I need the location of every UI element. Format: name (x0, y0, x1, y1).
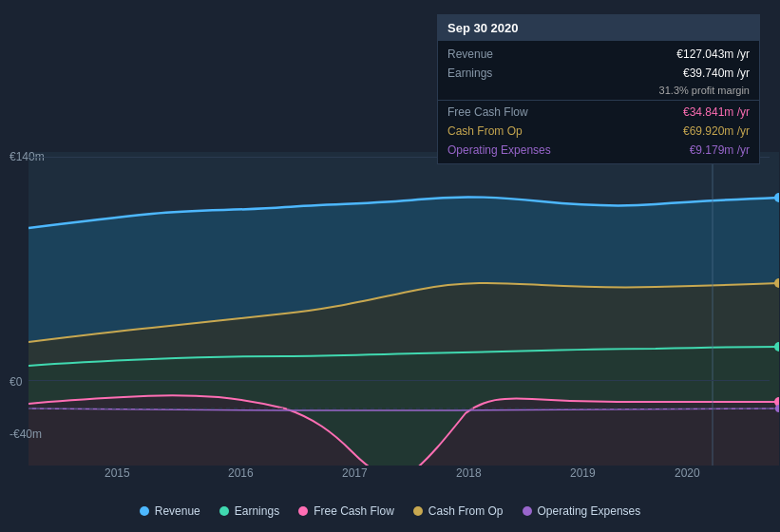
x-label-2015: 2015 (105, 466, 130, 480)
legend-label-operating-expenses: Operating Expenses (538, 504, 641, 518)
legend-dot-cash-from-op (413, 506, 423, 516)
x-label-2017: 2017 (342, 466, 368, 480)
tooltip-card: Sep 30 2020 Revenue €127.043m /yr Earnin… (437, 14, 760, 164)
legend-label-cash-from-op: Cash From Op (428, 504, 504, 518)
tooltip-label-earnings: Earnings (447, 66, 492, 80)
legend-item-operating-expenses[interactable]: Operating Expenses (523, 504, 641, 518)
legend-label-revenue: Revenue (155, 504, 200, 518)
legend-item-earnings[interactable]: Earnings (219, 504, 279, 518)
tooltip-profit-margin: 31.3% profit margin (659, 85, 750, 96)
tooltip-profit-margin-row: 31.3% profit margin (438, 83, 759, 98)
tooltip-label-revenue: Revenue (447, 48, 493, 61)
legend-dot-earnings (219, 506, 229, 516)
tooltip-value-cash-op: €69.920m /yr (683, 124, 750, 138)
tooltip-label-op-exp: Operating Expenses (447, 143, 551, 157)
tooltip-row-cash-op: Cash From Op €69.920m /yr (438, 122, 759, 141)
tooltip-value-revenue: €127.043m /yr (676, 48, 750, 61)
x-label-2016: 2016 (228, 466, 254, 480)
tooltip-body: Revenue €127.043m /yr Earnings €39.740m … (438, 41, 759, 163)
legend-item-cash-from-op[interactable]: Cash From Op (413, 504, 504, 518)
tooltip-label-cash-op: Cash From Op (447, 124, 523, 138)
legend-dot-revenue (140, 506, 149, 516)
chart-legend: Revenue Earnings Free Cash Flow Cash Fro… (0, 504, 780, 518)
tooltip-value-free-cash: €34.841m /yr (683, 105, 750, 119)
legend-dot-free-cash-flow (298, 506, 308, 516)
x-label-2020: 2020 (675, 466, 700, 480)
legend-item-free-cash-flow[interactable]: Free Cash Flow (298, 504, 394, 518)
y-label-0: €0 (10, 375, 22, 389)
legend-label-free-cash-flow: Free Cash Flow (314, 504, 394, 518)
y-label-neg40: -€40m (10, 428, 42, 441)
tooltip-divider (438, 100, 759, 101)
chart-svg (29, 152, 779, 466)
tooltip-value-earnings: €39.740m /yr (683, 66, 750, 80)
tooltip-row-earnings: Earnings €39.740m /yr (438, 64, 759, 83)
chart-container: Sep 30 2020 Revenue €127.043m /yr Earnin… (0, 0, 780, 532)
tooltip-label-free-cash: Free Cash Flow (447, 105, 528, 119)
tooltip-row-op-exp: Operating Expenses €9.179m /yr (438, 141, 759, 160)
grid-line-0 (29, 380, 770, 381)
tooltip-value-op-exp: €9.179m /yr (690, 143, 750, 157)
legend-item-revenue[interactable]: Revenue (140, 504, 200, 518)
x-label-2019: 2019 (570, 466, 596, 480)
x-label-2018: 2018 (456, 466, 482, 480)
legend-label-earnings: Earnings (235, 504, 279, 518)
tooltip-row-revenue: Revenue €127.043m /yr (438, 45, 759, 64)
tooltip-header: Sep 30 2020 (438, 15, 759, 41)
legend-dot-operating-expenses (523, 506, 532, 516)
tooltip-row-free-cash: Free Cash Flow €34.841m /yr (438, 103, 759, 122)
